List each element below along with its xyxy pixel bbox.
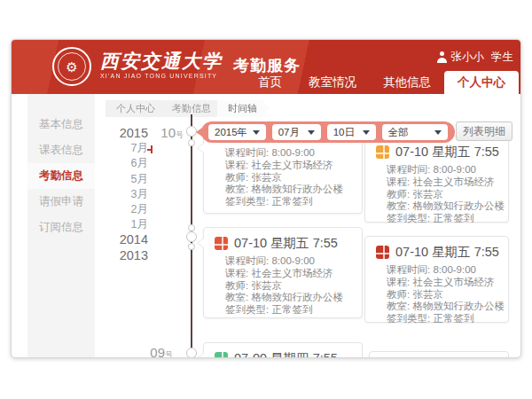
timeline-month-jan[interactable]: 1月 xyxy=(93,217,148,232)
month-dropdown[interactable]: 07月 xyxy=(272,124,321,140)
field-label: 教师: xyxy=(225,172,248,183)
sidebar: 基本信息 课表信息 考勤信息 请假申请 订阅信息 xyxy=(27,94,95,358)
field-label: 教室: xyxy=(225,292,248,302)
nav-item-other-info[interactable]: 其他信息 xyxy=(370,71,444,94)
timeline-node xyxy=(188,224,195,231)
app-header: ⚙ 西安交通大学 XI'AN JIAO TONG UNIVERSITY 考勤服务… xyxy=(12,40,521,94)
field-label: 教室: xyxy=(225,184,248,194)
signin-type-icon xyxy=(215,237,228,250)
timeline-month-jun[interactable]: 6月 xyxy=(93,156,148,171)
sidebar-item-subscription-info[interactable]: 订阅信息 xyxy=(27,215,95,240)
nav-item-classrooms[interactable]: 教室情况 xyxy=(295,71,370,94)
field-value: 社会主义市场经济 xyxy=(412,176,494,187)
field-value: 张芸京 xyxy=(251,280,282,291)
field-value: 8:00-9:00 xyxy=(433,164,476,175)
field-value: 张芸京 xyxy=(412,289,443,300)
timeline-month-mar[interactable]: 3月 xyxy=(93,187,148,202)
attendance-card[interactable]: 07-10 星期五 7:55 课程时间: 8:00-9:00 课程: 社会主义市… xyxy=(203,227,363,318)
user-role: 学生 xyxy=(491,50,513,65)
sidebar-item-attendance-info[interactable]: 考勤信息 xyxy=(27,163,95,189)
field-value: 8:00-9:00 xyxy=(271,255,315,266)
timeline-year-2015[interactable]: 2015 xyxy=(93,126,148,141)
field-label: 课程: xyxy=(225,268,248,278)
day-marker-10[interactable]: 10号 xyxy=(143,125,184,141)
field-label: 课程时间: xyxy=(387,264,430,275)
timeline-node xyxy=(188,139,195,146)
attendance-card[interactable]: 07-09 星期四 7:55 xyxy=(203,342,363,358)
field-label: 课程时间: xyxy=(225,147,269,158)
year-dropdown[interactable]: 2015年 xyxy=(208,124,266,140)
field-value: 张芸京 xyxy=(251,172,282,183)
chevron-down-icon xyxy=(434,130,442,135)
field-value: 格物致知行政办公楼 xyxy=(412,200,505,211)
field-value: 8:00-9:00 xyxy=(433,264,476,275)
university-name-cn: 西安交通大学 xyxy=(100,51,223,71)
timeline-year-2014[interactable]: 2014 xyxy=(93,232,148,247)
current-month-marker xyxy=(151,145,153,153)
breadcrumb-attendance-info[interactable]: 考勤信息 xyxy=(161,100,223,117)
nav-item-home[interactable]: 首页 xyxy=(245,71,295,94)
day-suffix: 号 xyxy=(176,130,184,139)
day-marker-09[interactable]: 09号 xyxy=(132,345,173,358)
timeline-year-2013[interactable]: 2013 xyxy=(93,248,148,263)
person-icon xyxy=(437,51,447,63)
card-date: 07-09 星期四 7:55 xyxy=(234,350,338,358)
day-suffix: 号 xyxy=(165,350,173,358)
field-label: 教室: xyxy=(387,200,410,211)
attendance-card[interactable]: 课程时间: 8:00-9:00 课程: 社会主义市场经济 教师: 张芸京 教室:… xyxy=(203,132,363,214)
card-date: 07-10 星期五 7:55 xyxy=(395,244,499,261)
field-label: 课程: xyxy=(387,277,410,287)
field-label: 课程时间: xyxy=(225,255,269,266)
breadcrumb: 个人中心 考勤信息 时间轴 xyxy=(106,100,263,117)
field-value: 格物致知行政办公楼 xyxy=(412,301,505,311)
month-dropdown-value: 07月 xyxy=(278,126,300,139)
field-value: 8:00-9:00 xyxy=(271,147,315,158)
attendance-card[interactable]: 07-10 星期五 7:55 课程时间: 8:00-9:00 课程: 社会主义市… xyxy=(364,136,509,223)
card-date: 07-10 星期五 7:55 xyxy=(234,235,338,252)
sidebar-item-leave-request[interactable]: 请假申请 xyxy=(27,189,95,215)
signin-type-icon xyxy=(376,145,389,159)
university-name-en: XI'AN JIAO TONG UNIVERSITY xyxy=(100,73,223,79)
signin-type-icon xyxy=(215,352,228,358)
breadcrumb-timeline[interactable]: 时间轴 xyxy=(217,100,270,117)
field-label: 签到类型: xyxy=(387,313,430,324)
field-label: 课程: xyxy=(387,176,410,187)
field-label: 教师: xyxy=(387,289,410,300)
field-label: 教室: xyxy=(387,301,410,311)
field-label: 课程时间: xyxy=(387,164,430,175)
app-window: ⚙ 西安交通大学 XI'AN JIAO TONG UNIVERSITY 考勤服务… xyxy=(11,39,521,358)
nav-item-personal-center[interactable]: 个人中心 xyxy=(444,71,519,94)
field-value: 张芸京 xyxy=(412,189,443,200)
university-emblem-icon: ⚙ xyxy=(58,52,86,81)
attendance-card-partial[interactable] xyxy=(369,351,509,358)
timeline-month-feb[interactable]: 2月 xyxy=(93,202,148,217)
sidebar-item-basic-info[interactable]: 基本信息 xyxy=(27,112,95,137)
field-value: 社会主义市场经济 xyxy=(251,268,332,278)
field-value: 格物致知行政办公楼 xyxy=(251,184,343,194)
type-dropdown[interactable]: 全部 xyxy=(382,124,448,140)
list-detail-button[interactable]: 列表明细 xyxy=(456,121,512,141)
timeline-node xyxy=(188,243,195,250)
field-label: 签到类型: xyxy=(387,213,430,223)
field-label: 教师: xyxy=(225,280,248,291)
field-label: 签到类型: xyxy=(225,304,269,315)
sidebar-item-schedule-info[interactable]: 课表信息 xyxy=(27,137,95,163)
chevron-down-icon xyxy=(363,130,370,135)
field-value: 社会主义市场经济 xyxy=(251,160,332,170)
timeline-month-may[interactable]: 5月 xyxy=(93,172,148,187)
day-number: 09 xyxy=(150,345,165,358)
timeline-node xyxy=(186,231,197,242)
field-label: 课程: xyxy=(225,160,248,170)
breadcrumb-personal-center[interactable]: 个人中心 xyxy=(106,100,168,117)
field-value: 格物致知行政办公楼 xyxy=(251,292,343,302)
timeline-month-jul[interactable]: 7月 xyxy=(93,141,148,156)
filter-bar: 2015年 07月 10日 全部 xyxy=(201,121,455,143)
day-dropdown[interactable]: 10日 xyxy=(327,124,376,140)
attendance-card[interactable]: 07-10 星期五 7:55 课程时间: 8:00-9:00 课程: 社会主义市… xyxy=(364,236,509,323)
timeline-node xyxy=(186,348,197,358)
field-value: 社会主义市场经济 xyxy=(412,277,494,287)
university-logo: ⚙ xyxy=(52,47,91,86)
field-value: 正常签到 xyxy=(433,213,473,223)
user-info[interactable]: 张小小 学生 xyxy=(437,50,514,65)
year-dropdown-value: 2015年 xyxy=(215,126,247,139)
